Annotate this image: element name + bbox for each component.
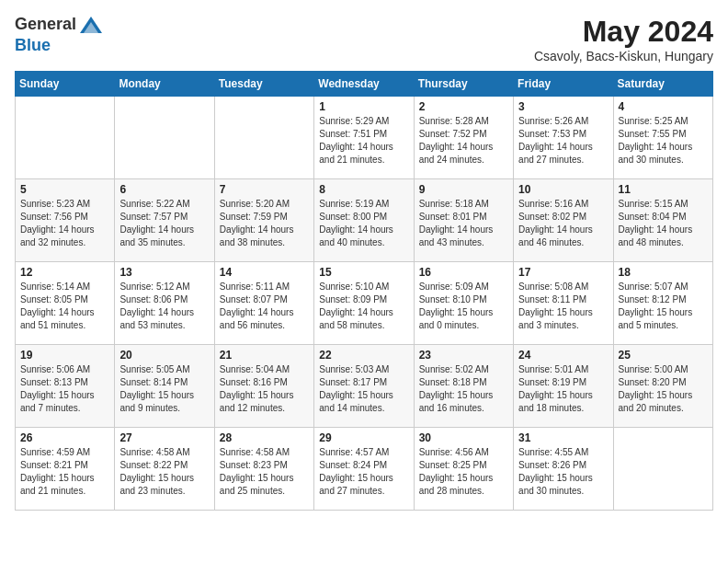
calendar-cell: 8Sunrise: 5:19 AM Sunset: 8:00 PM Daylig…	[314, 179, 414, 262]
weekday-header: Friday	[514, 72, 613, 97]
day-number: 6	[119, 183, 209, 196]
weekday-header: Thursday	[414, 72, 513, 97]
title-block: May 2024 Csavoly, Bacs-Kiskun, Hungary	[534, 15, 713, 63]
calendar-cell: 13Sunrise: 5:12 AM Sunset: 8:06 PM Dayli…	[115, 262, 214, 345]
day-number: 19	[20, 349, 109, 362]
day-number: 12	[20, 266, 109, 279]
day-number: 8	[319, 183, 408, 196]
day-number: 27	[119, 431, 209, 444]
day-info: Sunrise: 5:11 AM Sunset: 8:07 PM Dayligh…	[220, 281, 309, 332]
day-info: Sunrise: 5:25 AM Sunset: 7:55 PM Dayligh…	[619, 115, 708, 167]
day-number: 10	[518, 183, 608, 196]
day-info: Sunrise: 5:04 AM Sunset: 8:16 PM Dayligh…	[220, 363, 309, 415]
calendar-cell: 12Sunrise: 5:14 AM Sunset: 8:05 PM Dayli…	[16, 262, 115, 345]
day-info: Sunrise: 5:00 AM Sunset: 8:20 PM Dayligh…	[619, 363, 708, 415]
day-info: Sunrise: 5:01 AM Sunset: 8:19 PM Dayligh…	[518, 363, 608, 415]
day-number: 4	[619, 100, 708, 113]
day-info: Sunrise: 5:09 AM Sunset: 8:10 PM Dayligh…	[419, 281, 508, 332]
day-info: Sunrise: 5:02 AM Sunset: 8:18 PM Dayligh…	[419, 363, 508, 415]
calendar-cell: 28Sunrise: 4:58 AM Sunset: 8:23 PM Dayli…	[214, 428, 313, 511]
page-header: General Blue May 2024 Csavoly, Bacs-Kisk…	[15, 15, 713, 63]
logo-blue: Blue	[15, 37, 104, 55]
day-info: Sunrise: 5:08 AM Sunset: 8:11 PM Dayligh…	[518, 281, 608, 332]
calendar-cell: 20Sunrise: 5:05 AM Sunset: 8:14 PM Dayli…	[115, 345, 214, 428]
calendar-cell: 30Sunrise: 4:56 AM Sunset: 8:25 PM Dayli…	[414, 428, 513, 511]
calendar-cell: 29Sunrise: 4:57 AM Sunset: 8:24 PM Dayli…	[314, 428, 414, 511]
day-info: Sunrise: 5:16 AM Sunset: 8:02 PM Dayligh…	[518, 198, 608, 249]
day-number: 21	[220, 349, 309, 362]
calendar-cell: 2Sunrise: 5:28 AM Sunset: 7:52 PM Daylig…	[414, 97, 513, 179]
day-info: Sunrise: 5:03 AM Sunset: 8:17 PM Dayligh…	[319, 363, 408, 415]
day-info: Sunrise: 5:26 AM Sunset: 7:53 PM Dayligh…	[518, 115, 608, 167]
day-number: 2	[419, 100, 508, 113]
calendar-cell: 6Sunrise: 5:22 AM Sunset: 7:57 PM Daylig…	[115, 179, 214, 262]
calendar-cell: 5Sunrise: 5:23 AM Sunset: 7:56 PM Daylig…	[16, 179, 115, 262]
calendar-cell	[16, 97, 115, 179]
weekday-header: Wednesday	[314, 72, 414, 97]
logo-general: General	[15, 15, 104, 37]
calendar-cell: 9Sunrise: 5:18 AM Sunset: 8:01 PM Daylig…	[414, 179, 513, 262]
day-info: Sunrise: 5:20 AM Sunset: 7:59 PM Dayligh…	[220, 198, 309, 249]
calendar-cell: 1Sunrise: 5:29 AM Sunset: 7:51 PM Daylig…	[314, 97, 414, 179]
day-number: 3	[518, 100, 608, 113]
calendar-cell: 18Sunrise: 5:07 AM Sunset: 8:12 PM Dayli…	[613, 262, 712, 345]
calendar-title: May 2024	[534, 15, 713, 49]
weekday-header: Saturday	[613, 72, 712, 97]
logo: General Blue	[15, 15, 108, 55]
day-info: Sunrise: 5:22 AM Sunset: 7:57 PM Dayligh…	[119, 198, 209, 249]
day-info: Sunrise: 5:07 AM Sunset: 8:12 PM Dayligh…	[619, 281, 708, 332]
weekday-header: Sunday	[16, 72, 115, 97]
calendar-cell: 22Sunrise: 5:03 AM Sunset: 8:17 PM Dayli…	[314, 345, 414, 428]
day-info: Sunrise: 5:06 AM Sunset: 8:13 PM Dayligh…	[20, 363, 109, 415]
day-number: 28	[220, 431, 309, 444]
calendar-cell: 16Sunrise: 5:09 AM Sunset: 8:10 PM Dayli…	[414, 262, 513, 345]
calendar-cell: 7Sunrise: 5:20 AM Sunset: 7:59 PM Daylig…	[214, 179, 313, 262]
calendar-cell	[613, 428, 712, 511]
day-number: 31	[518, 431, 608, 444]
day-number: 13	[119, 266, 209, 279]
calendar-cell: 31Sunrise: 4:55 AM Sunset: 8:26 PM Dayli…	[514, 428, 613, 511]
day-number: 29	[319, 431, 408, 444]
calendar-cell: 24Sunrise: 5:01 AM Sunset: 8:19 PM Dayli…	[514, 345, 613, 428]
day-number: 7	[220, 183, 309, 196]
calendar-table: SundayMondayTuesdayWednesdayThursdayFrid…	[15, 71, 713, 511]
calendar-cell	[115, 97, 214, 179]
day-info: Sunrise: 5:28 AM Sunset: 7:52 PM Dayligh…	[419, 115, 508, 167]
day-number: 20	[119, 349, 209, 362]
day-info: Sunrise: 4:55 AM Sunset: 8:26 PM Dayligh…	[518, 446, 608, 498]
calendar-cell: 23Sunrise: 5:02 AM Sunset: 8:18 PM Dayli…	[414, 345, 513, 428]
day-number: 16	[419, 266, 508, 279]
calendar-cell: 11Sunrise: 5:15 AM Sunset: 8:04 PM Dayli…	[613, 179, 712, 262]
calendar-cell: 21Sunrise: 5:04 AM Sunset: 8:16 PM Dayli…	[214, 345, 313, 428]
calendar-cell: 10Sunrise: 5:16 AM Sunset: 8:02 PM Dayli…	[514, 179, 613, 262]
day-info: Sunrise: 5:15 AM Sunset: 8:04 PM Dayligh…	[619, 198, 708, 249]
day-number: 25	[619, 349, 708, 362]
calendar-cell: 15Sunrise: 5:10 AM Sunset: 8:09 PM Dayli…	[314, 262, 414, 345]
calendar-cell: 26Sunrise: 4:59 AM Sunset: 8:21 PM Dayli…	[16, 428, 115, 511]
day-number: 1	[319, 100, 408, 113]
day-info: Sunrise: 4:58 AM Sunset: 8:22 PM Dayligh…	[119, 446, 209, 498]
day-info: Sunrise: 4:57 AM Sunset: 8:24 PM Dayligh…	[319, 446, 408, 498]
day-info: Sunrise: 5:05 AM Sunset: 8:14 PM Dayligh…	[119, 363, 209, 415]
day-number: 9	[419, 183, 508, 196]
day-number: 24	[518, 349, 608, 362]
calendar-location: Csavoly, Bacs-Kiskun, Hungary	[534, 49, 713, 63]
calendar-cell: 3Sunrise: 5:26 AM Sunset: 7:53 PM Daylig…	[514, 97, 613, 179]
day-number: 5	[20, 183, 109, 196]
weekday-header: Tuesday	[214, 72, 313, 97]
day-number: 18	[619, 266, 708, 279]
day-number: 14	[220, 266, 309, 279]
day-info: Sunrise: 4:56 AM Sunset: 8:25 PM Dayligh…	[419, 446, 508, 498]
day-number: 26	[20, 431, 109, 444]
day-number: 11	[619, 183, 708, 196]
day-number: 15	[319, 266, 408, 279]
calendar-cell: 19Sunrise: 5:06 AM Sunset: 8:13 PM Dayli…	[16, 345, 115, 428]
day-info: Sunrise: 5:14 AM Sunset: 8:05 PM Dayligh…	[20, 281, 109, 332]
day-info: Sunrise: 4:59 AM Sunset: 8:21 PM Dayligh…	[20, 446, 109, 498]
day-number: 17	[518, 266, 608, 279]
calendar-cell: 25Sunrise: 5:00 AM Sunset: 8:20 PM Dayli…	[613, 345, 712, 428]
day-info: Sunrise: 5:10 AM Sunset: 8:09 PM Dayligh…	[319, 281, 408, 332]
weekday-header: Monday	[115, 72, 214, 97]
day-number: 30	[419, 431, 508, 444]
calendar-cell: 17Sunrise: 5:08 AM Sunset: 8:11 PM Dayli…	[514, 262, 613, 345]
